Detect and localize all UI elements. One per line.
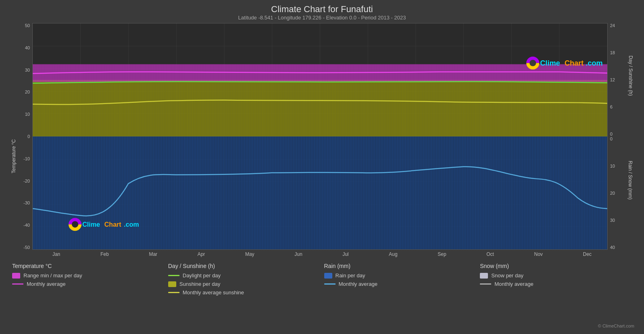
legend-item: Daylight per day — [168, 272, 324, 279]
legend-label: Rain per day — [336, 272, 365, 279]
legend-label: Snow per day — [491, 272, 524, 279]
legend-area: Temperature °CRange min / max per dayMon… — [12, 263, 636, 298]
legend-swatch — [168, 281, 176, 287]
legend-item: Monthly average — [480, 281, 636, 287]
svg-text:Chart: Chart — [104, 221, 122, 228]
legend-section-title: Day / Sunshine (h) — [168, 263, 324, 269]
chart-title: Climate Chart for Funafuti — [8, 4, 636, 15]
legend-section: Snow (mm)Snow per dayMonthly average — [480, 263, 636, 298]
legend-section: Rain (mm)Rain per dayMonthly average — [324, 263, 480, 298]
title-area: Climate Chart for Funafuti Latitude -8.5… — [8, 4, 636, 21]
legend-label: Monthly average — [494, 281, 533, 287]
legend-line — [12, 283, 23, 285]
chart-svg: Clime Chart .com Clime Chart .com — [33, 23, 607, 249]
legend-label: Monthly average — [27, 281, 65, 287]
legend-section: Day / Sunshine (h)Daylight per daySunshi… — [168, 263, 324, 298]
svg-point-30 — [530, 60, 536, 66]
legend-item: Monthly average sunshine — [168, 289, 324, 296]
x-axis-month: Nov — [534, 251, 543, 257]
svg-text:Chart: Chart — [564, 59, 583, 67]
legend-label: Monthly average sunshine — [183, 289, 244, 296]
legend-line — [480, 283, 491, 285]
x-axis-month: Aug — [389, 251, 397, 257]
x-axis-month: Sep — [438, 251, 446, 257]
legend-line — [324, 283, 336, 285]
legend-label: Range min / max per day — [23, 272, 82, 279]
x-axis-month: Jul — [342, 251, 348, 257]
svg-text:Clime: Clime — [82, 221, 100, 228]
legend-section-title: Snow (mm) — [480, 263, 636, 269]
legend-swatch — [324, 273, 332, 279]
x-axis-month: Feb — [100, 251, 109, 257]
x-axis-month: May — [245, 251, 254, 257]
y-axis-right: Day / Sunshine (h) Rain / Snow (mm) 24 1… — [608, 23, 636, 250]
x-axis-month: Mar — [149, 251, 157, 257]
legend-section-title: Temperature °C — [12, 263, 168, 269]
x-axis: JanFebMarAprMayJunJulAugSepOctNovDec — [32, 251, 612, 257]
legend-label: Monthly average — [339, 281, 378, 287]
legend-item: Range min / max per day — [12, 272, 168, 279]
svg-text:.com: .com — [124, 221, 139, 228]
y-axis-left: Temperature °C 50 40 30 20 10 0 -10 -20 … — [8, 23, 32, 250]
copyright-text: © ClimeChart.com — [598, 323, 634, 328]
y-axis-right-bottom-label: Rain / Snow (mm) — [627, 161, 633, 200]
legend-item: Snow per day — [480, 272, 636, 279]
legend-label: Daylight per day — [183, 272, 221, 279]
legend-swatch — [12, 273, 20, 279]
x-axis-month: Jun — [294, 251, 302, 257]
main-container: Climate Chart for Funafuti Latitude -8.5… — [0, 0, 644, 334]
x-axis-month: Jan — [53, 251, 60, 257]
svg-text:.com: .com — [586, 59, 603, 67]
svg-text:Clime: Clime — [540, 59, 560, 67]
legend-section: Temperature °CRange min / max per dayMon… — [12, 263, 168, 298]
legend-label: Sunshine per day — [179, 281, 220, 287]
legend-item: Monthly average — [324, 281, 480, 287]
chart-area: Clime Chart .com Clime Chart .com — [32, 23, 608, 250]
legend-item: Rain per day — [324, 272, 480, 279]
legend-item: Monthly average — [12, 281, 168, 287]
chart-subtitle: Latitude -8.541 - Longitude 179.226 - El… — [8, 15, 636, 21]
svg-point-34 — [72, 221, 78, 228]
legend-item: Sunshine per day — [168, 281, 324, 287]
x-axis-month: Oct — [486, 251, 494, 257]
legend-section-title: Rain (mm) — [324, 263, 480, 269]
y-axis-left-label: Temperature °C — [11, 139, 17, 173]
legend-line — [168, 292, 179, 293]
svg-rect-26 — [33, 80, 607, 137]
x-axis-month: Dec — [583, 251, 591, 257]
svg-rect-24 — [33, 136, 607, 249]
legend-swatch — [480, 273, 488, 279]
legend-line — [168, 275, 179, 276]
y-axis-right-top-label: Day / Sunshine (h) — [627, 55, 633, 96]
x-axis-month: Apr — [197, 251, 205, 257]
chart-wrapper: Temperature °C 50 40 30 20 10 0 -10 -20 … — [8, 23, 636, 250]
